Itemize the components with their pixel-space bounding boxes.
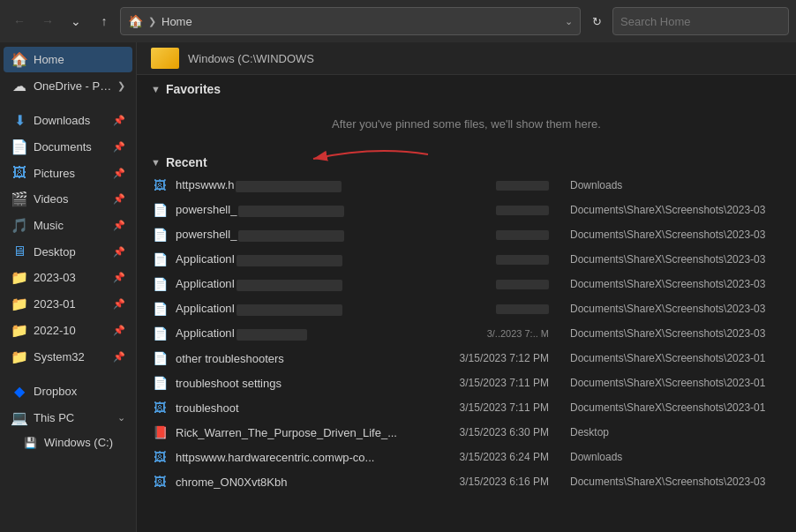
- music-pin-icon: 📌: [113, 220, 125, 231]
- file-row-troubleshoot-settings[interactable]: 📄 troubleshoot settings 3/15/2023 7:11 P…: [137, 371, 796, 395]
- 2023-01-pin-icon: 📌: [113, 298, 125, 310]
- folder-2022-10-icon: 📁: [11, 322, 28, 339]
- system32-pin-icon: 📌: [113, 351, 125, 363]
- recent-locations-button[interactable]: ⌄: [64, 9, 88, 34]
- back-button[interactable]: ←: [7, 9, 32, 34]
- forward-button[interactable]: →: [35, 9, 60, 34]
- sidebar-item-home-label: Home: [34, 53, 125, 66]
- file-icon: 🖼: [151, 473, 169, 491]
- recent-section-header[interactable]: ▼ Recent: [137, 148, 796, 173]
- breadcrumb-separator: ❯: [148, 16, 156, 27]
- sidebar-item-2022-10[interactable]: 📁 2022-10 📌: [4, 318, 132, 343]
- address-bar[interactable]: 🏠 ❯ Home ⌄: [120, 7, 581, 35]
- sidebar-item-documents[interactable]: 📄 Documents 📌: [4, 134, 132, 160]
- other-troubleshooters-location: Documents\ShareX\Screenshots\2023-01: [570, 352, 782, 364]
- sidebar-item-system32-label: System32: [34, 350, 108, 363]
- main-layout: 🏠 Home ☁ OneDrive - Perso ❯ ⬇ Downloads …: [0, 42, 796, 532]
- hardwarecentric-location: Downloads: [570, 451, 782, 463]
- sidebar-item-2023-03[interactable]: 📁 2023-03 📌: [4, 265, 132, 290]
- sidebar-item-desktop[interactable]: 🖥 Desktop 📌: [4, 239, 132, 264]
- annotation-arrow: [296, 141, 437, 176]
- file-row-troubleshoot[interactable]: 🖼 troubleshoot 3/15/2023 7:11 PM Documen…: [137, 395, 796, 420]
- pictures-icon: 🖼: [11, 165, 28, 181]
- onedrive-expand-icon: ❯: [117, 80, 125, 92]
- sidebar-item-dropbox[interactable]: ◆ Dropbox: [4, 378, 132, 404]
- folder-2023-03-icon: 📁: [11, 269, 28, 286]
- up-button[interactable]: ↑: [92, 9, 116, 34]
- this-pc-icon: 💻: [11, 409, 28, 426]
- file-row-chrome[interactable]: 🖼 chrome_ON0Xvt8Kbh 3/15/2023 6:16 PM Do…: [137, 469, 796, 494]
- other-troubleshooters-date: 3/15/2023 7:12 PM: [439, 352, 563, 364]
- favorites-chevron-icon: ▼: [151, 84, 161, 94]
- sidebar-item-pictures[interactable]: 🖼 Pictures 📌: [4, 161, 132, 185]
- sidebar-item-videos-label: Videos: [34, 192, 108, 206]
- address-dropdown-icon[interactable]: ⌄: [565, 16, 573, 27]
- file-row[interactable]: 📄 powershell_ Documents\ShareX\Screensho…: [137, 198, 796, 222]
- file-icon: 🖼: [151, 448, 169, 466]
- sidebar-item-downloads[interactable]: ⬇ Downloads 📌: [4, 108, 132, 133]
- search-input[interactable]: [612, 7, 789, 35]
- documents-icon: 📄: [11, 139, 28, 155]
- sidebar-item-documents-label: Documents: [34, 140, 108, 154]
- sidebar-item-dropbox-label: Dropbox: [34, 385, 125, 398]
- chrome-name: chrome_ON0Xvt8Kbh: [176, 476, 432, 489]
- rick-warren-date: 3/15/2023 6:30 PM: [439, 426, 563, 438]
- sidebar-item-windows-c-label: Windows (C:): [44, 436, 125, 449]
- content-area: Windows (C:\WINDOWS ▼ Favorites After yo…: [137, 42, 796, 532]
- sidebar-item-onedrive[interactable]: ☁ OneDrive - Perso ❯: [4, 73, 132, 99]
- troubleshoot-name: troubleshoot: [176, 401, 432, 415]
- file-row[interactable]: 📄 ApplicationI 3/..2023 7:.. M Documents…: [137, 321, 796, 346]
- file-row-other-troubleshooters[interactable]: 📄 other troubleshooters 3/15/2023 7:12 P…: [137, 346, 796, 371]
- folder-system32-icon: 📁: [11, 348, 28, 365]
- refresh-button[interactable]: ↻: [584, 9, 609, 34]
- music-icon: 🎵: [11, 217, 28, 234]
- sidebar-item-downloads-label: Downloads: [34, 114, 108, 127]
- file-icon: 📄: [151, 300, 169, 318]
- sidebar-item-windows-c[interactable]: 💾 Windows (C:): [4, 431, 132, 453]
- file-row[interactable]: 📄 ApplicationI Documents\ShareX\Screensh…: [137, 247, 796, 272]
- folder-2023-01-icon: 📁: [11, 296, 28, 312]
- pictures-pin-icon: 📌: [113, 168, 125, 179]
- sidebar-item-music[interactable]: 🎵 Music 📌: [4, 213, 132, 238]
- dropbox-icon: ◆: [11, 383, 28, 400]
- file-row[interactable]: 📄 ApplicationI Documents\ShareX\Screensh…: [137, 296, 796, 321]
- file-icon: 📄: [151, 349, 169, 367]
- file-icon: 📄: [151, 201, 169, 219]
- sidebar-item-2023-01[interactable]: 📁 2023-01 📌: [4, 291, 132, 317]
- favorites-section-header[interactable]: ▼ Favorites: [137, 75, 796, 100]
- hardwarecentric-name: httpswww.hardwarecentric.comwp-co...: [176, 451, 432, 464]
- recent-chevron-icon: ▼: [151, 157, 161, 168]
- hardwarecentric-date: 3/15/2023 6:24 PM: [439, 451, 563, 463]
- windows-c-icon: 💾: [21, 437, 39, 449]
- chrome-date: 3/15/2023 6:16 PM: [439, 476, 563, 488]
- file-row[interactable]: 📄 powershell_ Documents\ShareX\Screensho…: [137, 222, 796, 247]
- troubleshoot-location: Documents\ShareX\Screenshots\2023-01: [570, 401, 782, 414]
- sidebar-item-this-pc-label: This PC: [34, 411, 112, 424]
- file-icon: 🖼: [151, 176, 169, 194]
- file-row-hardwarecentric[interactable]: 🖼 httpswww.hardwarecentric.comwp-co... 3…: [137, 445, 796, 469]
- top-bar-item[interactable]: Windows (C:\WINDOWS: [137, 42, 796, 75]
- desktop-icon: 🖥: [11, 244, 28, 259]
- sidebar-item-videos[interactable]: 🎬 Videos 📌: [4, 186, 132, 212]
- file-row-rick-warren[interactable]: 📕 Rick_Warren_The_Purpose_Driven_Life_..…: [137, 420, 796, 445]
- troubleshoot-settings-date: 3/15/2023 7:11 PM: [439, 377, 563, 389]
- chrome-location: Documents\ShareX\Screenshots\2023-03: [570, 476, 782, 488]
- file-row[interactable]: 🖼 httpswww.h Downloads: [137, 173, 796, 198]
- file-row[interactable]: 📄 ApplicationI Documents\ShareX\Screensh…: [137, 272, 796, 296]
- 2022-10-pin-icon: 📌: [113, 325, 125, 336]
- file-icon: 📄: [151, 325, 169, 342]
- file-icon: 📕: [151, 423, 169, 441]
- sidebar: 🏠 Home ☁ OneDrive - Perso ❯ ⬇ Downloads …: [0, 42, 137, 532]
- home-icon: 🏠: [128, 14, 143, 28]
- sidebar-item-onedrive-label: OneDrive - Perso: [34, 79, 112, 93]
- sidebar-item-home[interactable]: 🏠 Home: [4, 47, 132, 72]
- file-icon: 📄: [151, 251, 169, 268]
- sidebar-item-this-pc[interactable]: 💻 This PC ⌄: [4, 405, 132, 431]
- troubleshoot-settings-name: troubleshoot settings: [176, 377, 432, 390]
- recent-title: Recent: [166, 155, 207, 169]
- rick-warren-location: Desktop: [570, 426, 782, 438]
- sidebar-item-system32[interactable]: 📁 System32 📌: [4, 344, 132, 370]
- top-bar-text: Windows (C:\WINDOWS: [188, 52, 314, 65]
- other-troubleshooters-name: other troubleshooters: [176, 352, 432, 365]
- favorites-empty-message: After you've pinned some files, we'll sh…: [137, 100, 796, 145]
